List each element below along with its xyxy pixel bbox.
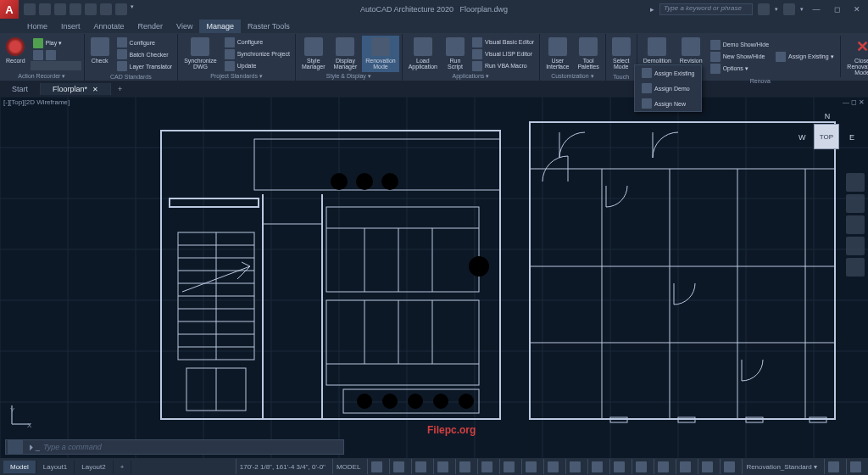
compass-w[interactable]: W: [798, 133, 806, 142]
annotation-scale-icon[interactable]: [570, 461, 581, 472]
tool-palettes-button[interactable]: Tool Palettes: [574, 36, 602, 72]
tab-manage[interactable]: Manage: [199, 20, 241, 33]
signin-icon[interactable]: [758, 3, 770, 15]
assign-new-item[interactable]: Assign New: [635, 96, 701, 111]
tab-view[interactable]: View: [170, 20, 199, 33]
user-interface-button[interactable]: User Interface: [542, 36, 572, 72]
workspace-icon[interactable]: [592, 461, 603, 472]
vlisp-editor-button[interactable]: Visual LISP Editor: [470, 48, 537, 60]
run-vba-button[interactable]: Run VBA Macro: [470, 60, 537, 72]
model-space-button[interactable]: MODEL: [332, 459, 364, 474]
configure-button[interactable]: Configure: [114, 36, 175, 48]
qat-saveas-icon[interactable]: [70, 3, 81, 15]
cut-plane-icon[interactable]: [614, 461, 625, 472]
qat-open-icon[interactable]: [39, 3, 51, 15]
layer-key-icon[interactable]: [680, 461, 691, 472]
replace-z-icon[interactable]: [636, 461, 647, 472]
run-script-button[interactable]: Run Script: [442, 36, 468, 72]
select-mode-button[interactable]: Select Mode: [609, 36, 634, 73]
layout-tab-layout1[interactable]: Layout1: [36, 461, 75, 473]
panel-label-customization[interactable]: Customization ▾: [542, 72, 603, 81]
update-button[interactable]: Update: [222, 60, 292, 72]
qat-redo-icon[interactable]: [100, 3, 112, 15]
grid-toggle-icon[interactable]: [371, 461, 382, 472]
qat-plot-icon[interactable]: [115, 3, 127, 15]
demo-show-hide-button[interactable]: Demo Show/Hide: [708, 39, 771, 51]
steering-wheel-icon[interactable]: [846, 173, 865, 192]
minimize-button[interactable]: —: [809, 3, 824, 15]
batch-checker-button[interactable]: Batch Checker: [114, 48, 175, 60]
help-dropdown[interactable]: ▾: [800, 6, 804, 13]
assign-existing-item[interactable]: Assign Existing: [635, 65, 701, 81]
otrack-toggle-icon[interactable]: [481, 461, 492, 472]
elevation-icon[interactable]: [724, 461, 735, 472]
viewcube[interactable]: N E W TOP: [802, 112, 853, 163]
layer-translator-button[interactable]: Layer Translator: [114, 60, 175, 72]
panel-label-project-standards[interactable]: Project Standards ▾: [181, 72, 292, 81]
command-line-icon[interactable]: [8, 440, 23, 454]
command-line[interactable]: ⏵_ Type a command: [5, 439, 344, 455]
units-icon[interactable]: [702, 461, 713, 472]
tab-render[interactable]: Render: [131, 20, 170, 33]
surface-hatch-icon[interactable]: [658, 461, 669, 472]
ucs-icon[interactable]: Y X: [8, 402, 34, 429]
panel-label-applications[interactable]: Applications ▾: [405, 72, 537, 81]
layout-tab-layout2[interactable]: Layout2: [75, 461, 113, 473]
cycling-toggle-icon[interactable]: [548, 461, 559, 472]
exchange-icon[interactable]: [783, 3, 795, 15]
layout-tab-model[interactable]: Model: [3, 461, 36, 473]
compass-n[interactable]: N: [825, 112, 831, 120]
osnap-toggle-icon[interactable]: [459, 461, 470, 472]
viewport[interactable]: [-][Top][2D Wireframe] — ◻ ✕: [0, 97, 868, 458]
style-manager-button[interactable]: Style Manager: [298, 36, 329, 72]
sync-dwg-button[interactable]: Synchronize DWG: [181, 36, 220, 72]
tab-annotate[interactable]: Annotate: [87, 20, 131, 33]
qat-new-icon[interactable]: [24, 3, 36, 15]
play-button[interactable]: Play ▾: [31, 37, 81, 49]
tab-home[interactable]: Home: [20, 20, 54, 33]
qat-dropdown-icon[interactable]: ▾: [131, 3, 134, 15]
snap-toggle-icon[interactable]: [393, 461, 404, 472]
orbit-icon[interactable]: [846, 237, 865, 255]
new-show-hide-button[interactable]: New Show/Hide: [708, 51, 771, 63]
renovation-mode-button[interactable]: Renovation Mode: [362, 36, 398, 72]
clean-screen-icon[interactable]: [850, 461, 861, 472]
ortho-toggle-icon[interactable]: [415, 461, 426, 472]
start-tab[interactable]: Start: [0, 83, 41, 95]
ps-configure-button[interactable]: Configure: [222, 36, 292, 48]
tab-insert[interactable]: Insert: [54, 20, 87, 33]
customize-status-icon[interactable]: [828, 461, 839, 472]
maximize-button[interactable]: ◻: [829, 3, 844, 15]
lineweight-toggle-icon[interactable]: [504, 461, 515, 472]
layout-tab-add[interactable]: +: [114, 461, 132, 473]
display-manager-button[interactable]: Display Manager: [331, 36, 361, 72]
renovation-standard-dropdown[interactable]: Renovation_Standard ▾: [742, 459, 821, 474]
play-dropdown[interactable]: [31, 49, 81, 61]
panel-label-action-recorder[interactable]: Action Recorder ▾: [3, 72, 81, 81]
close-tab-icon[interactable]: ✕: [92, 86, 98, 93]
signin-dropdown[interactable]: ▾: [775, 6, 778, 13]
floorplan-tab[interactable]: Floorplan*✕: [41, 83, 111, 95]
assign-existing-button[interactable]: Assign Existing ▾: [773, 51, 836, 63]
sync-project-button[interactable]: Synchronize Project: [222, 48, 292, 60]
search-input[interactable]: Type a keyword or phrase: [659, 3, 753, 15]
assign-demo-item[interactable]: Assign Demo: [635, 81, 701, 96]
close-renovation-button[interactable]: ✕Close Renovation Mode: [843, 36, 868, 77]
command-input[interactable]: Type a command: [40, 443, 102, 451]
vb-editor-button[interactable]: Visual Basic Editor: [470, 36, 537, 48]
zoom-extents-icon[interactable]: [846, 215, 865, 234]
load-application-button[interactable]: Load Application: [405, 36, 441, 72]
pan-icon[interactable]: [846, 194, 865, 213]
app-logo[interactable]: A: [0, 0, 19, 19]
tab-raster-tools[interactable]: Raster Tools: [241, 20, 297, 33]
transparency-toggle-icon[interactable]: [526, 461, 537, 472]
play-extra[interactable]: [31, 61, 81, 70]
check-button[interactable]: Check: [87, 36, 113, 73]
polar-toggle-icon[interactable]: [437, 461, 448, 472]
compass-e[interactable]: E: [849, 133, 854, 142]
qat-save-icon[interactable]: [54, 3, 66, 15]
qat-undo-icon[interactable]: [85, 3, 97, 15]
panel-label-style-display[interactable]: Style & Display ▾: [298, 72, 399, 81]
drawing-canvas[interactable]: [0, 97, 868, 458]
close-button[interactable]: ✕: [849, 3, 865, 15]
